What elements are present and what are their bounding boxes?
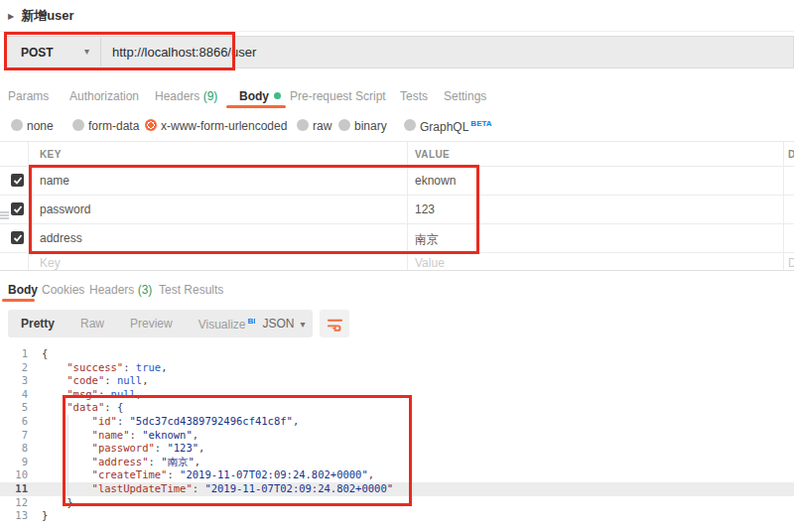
beta-badge: BETA [470,119,491,128]
code-line: 7 "name": "eknown", [0,429,794,443]
drag-handle-icon[interactable] [0,205,9,223]
line-number: 10 [0,468,28,482]
row-checkbox[interactable] [11,202,24,215]
request-tab-headers[interactable]: Headers (9) [155,89,217,103]
body-mode-radio-x-www-form-urlencoded[interactable] [145,119,157,131]
response-body-viewer[interactable]: 1{2 "success": true,3 "code": null,4 "ms… [0,343,794,532]
value-cell[interactable]: 123 [415,202,435,216]
request-tab-settings[interactable]: Settings [444,89,486,103]
code-text: } [42,496,73,510]
line-number: 2 [0,361,28,375]
code-line: 13} [0,509,794,523]
code-line: 10 "createTime": "2019-11-07T02:09:24.80… [0,468,794,482]
value-cell[interactable]: 南京 [415,231,439,248]
code-text: "msg": null, [42,388,142,402]
code-text: "createTime": "2019-11-07T02:09:24.802+0… [42,468,374,482]
code-text: "code": null, [42,374,149,388]
code-line: 11 "lastUpdateTime": "2019-11-07T02:09:2… [0,482,794,496]
row-checkbox[interactable] [11,231,24,244]
line-number: 13 [0,509,28,523]
key-cell[interactable]: password [40,202,90,216]
view-mode-preview[interactable]: Preview [117,317,186,331]
code-text: { [42,347,48,361]
line-number: 4 [0,388,28,402]
code-line: 2 "success": true, [0,361,794,375]
code-text: } [42,509,48,523]
line-number: 1 [0,347,28,361]
language-label: JSON [262,317,294,331]
response-tab-test-results[interactable]: Test Results [159,283,223,297]
body-mode-label-raw[interactable]: raw [313,119,331,133]
kv-row: address南京 [0,223,794,253]
code-text: "data": { [42,401,123,415]
body-mode-radio-binary[interactable] [338,119,350,131]
response-tab-cookies[interactable]: Cookies [42,283,84,297]
wrap-text-button[interactable] [320,310,349,337]
request-tab-pre-request-script[interactable]: Pre-request Script [290,89,386,103]
line-number: 5 [0,401,28,415]
body-mode-label-x-www-form-urlencoded[interactable]: x-www-form-urlencoded [161,119,287,133]
code-line: 6 "id": "5dc37cd4389792496cf41c8f", [0,415,794,429]
collapse-arrow-icon[interactable]: ▶ [8,12,14,21]
request-tab-authorization[interactable]: Authorization [69,89,139,103]
body-mode-label-graphql[interactable]: GraphQLBETA [420,119,492,134]
description-placeholder[interactable]: D [788,256,794,270]
url-input[interactable]: http://localhost:8866/user [112,45,256,60]
response-tabs: BodyCookiesHeaders (3)Test Results [0,281,794,303]
body-mode-radio-graphql[interactable] [404,119,416,131]
language-caret-icon: ▾ [300,319,305,330]
body-mode-label-binary[interactable]: binary [354,119,387,133]
body-mode-radio-form-data[interactable] [72,119,84,131]
value-cell[interactable]: eknown [415,174,456,188]
indent-guide [67,415,68,496]
key-column-header: KEY [40,149,62,160]
body-mode-row: noneform-datax-www-form-urlencodedrawbin… [0,116,794,138]
request-title-row[interactable]: ▶ 新增user [8,7,74,25]
body-present-dot-icon [274,92,281,99]
response-tab-body[interactable]: Body [8,283,38,297]
line-number: 8 [0,442,28,456]
code-text: "name": "eknown", [42,429,198,443]
method-select[interactable]: POST [21,46,54,60]
response-active-tab-underline [2,299,35,302]
code-line: 4 "msg": null, [0,388,794,402]
line-number: 7 [0,429,28,443]
method-divider [100,38,101,66]
body-mode-label-form-data[interactable]: form-data [88,119,139,133]
code-text: "id": "5dc37cd4389792496cf41c8f", [42,415,299,429]
language-select[interactable]: JSON ▾ [255,310,313,337]
request-title: 新增user [21,7,73,25]
line-number: 9 [0,456,28,469]
code-text: "address": "南京", [42,456,200,469]
request-tabs: ParamsAuthorizationHeaders (9)BodyPre-re… [0,83,794,109]
request-tab-tests[interactable]: Tests [400,89,428,103]
kv-row: nameeknown [0,166,794,196]
code-line: 1{ [0,347,794,361]
value-placeholder[interactable]: Value [415,256,445,270]
key-cell[interactable]: address [40,231,82,245]
code-text: "password": "123", [42,442,204,456]
title-divider [0,31,794,32]
view-mode-pretty[interactable]: Pretty [8,317,67,331]
request-tab-params[interactable]: Params [8,89,49,103]
response-tab-headers[interactable]: Headers (3) [89,283,152,297]
view-mode-raw[interactable]: Raw [67,317,117,331]
wrap-text-icon [327,316,343,332]
url-bar: POST ▾ http://localhost:8866/user [6,36,794,68]
key-placeholder[interactable]: Key [40,256,61,270]
value-column-header: VALUE [415,149,450,160]
request-tab-body[interactable]: Body [239,89,281,103]
key-cell[interactable]: name [40,174,69,188]
code-line: 12 } [0,496,794,510]
row-checkbox[interactable] [11,174,24,187]
line-number: 11 [0,482,28,496]
line-number: 12 [0,496,28,510]
method-caret-icon[interactable]: ▾ [84,46,89,57]
body-mode-radio-none[interactable] [11,119,23,131]
description-column-header: D [788,149,794,160]
code-line: 5 "data": { [0,401,794,415]
body-mode-radio-raw[interactable] [297,119,309,131]
response-toolbar: PrettyRawPreviewVisualizeBETA JSON ▾ [0,310,794,337]
code-text: "lastUpdateTime": "2019-11-07T02:09:24.8… [42,482,393,496]
body-mode-label-none[interactable]: none [27,119,54,133]
